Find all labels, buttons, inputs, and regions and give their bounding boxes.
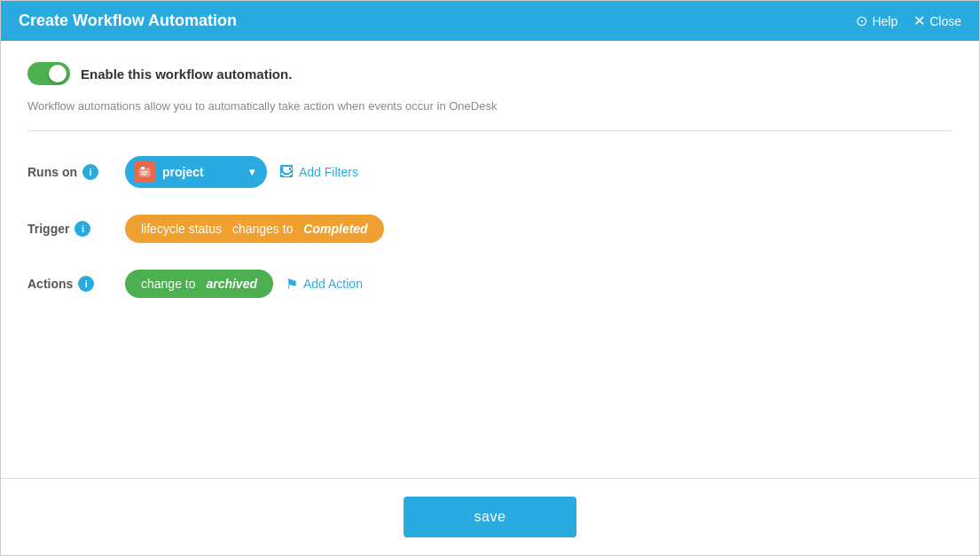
action-text-space — [200, 277, 203, 291]
modal-title: Create Workflow Automation — [19, 12, 237, 30]
modal-header: Create Workflow Automation ⊙ Help ✕ Clos… — [1, 1, 979, 41]
action-text-prefix: change to — [141, 277, 196, 291]
help-button[interactable]: ⊙ Help — [856, 12, 898, 29]
actions-label: Actions — [27, 277, 73, 291]
dropdown-arrow-icon: ▾ — [249, 166, 255, 178]
modal-container: Create Workflow Automation ⊙ Help ✕ Clos… — [0, 0, 980, 556]
svg-rect-1 — [141, 167, 145, 169]
help-label: Help — [872, 14, 898, 28]
trigger-text-prefix: lifecycle status — [141, 222, 222, 236]
trigger-content: lifecycle status changes to Completed — [125, 215, 384, 243]
save-button[interactable]: save — [404, 497, 577, 537]
trigger-text-space2 — [296, 222, 300, 236]
enable-toggle[interactable] — [27, 62, 70, 85]
runs-on-label-group: Runs on i — [27, 164, 125, 180]
trigger-text-space1 — [225, 222, 229, 236]
section-divider — [27, 130, 953, 131]
trigger-text-middle: changes to — [232, 222, 294, 236]
close-icon: ✕ — [913, 12, 925, 29]
actions-label-group: Actions i — [27, 276, 125, 292]
description-text: Workflow automations allow you to automa… — [27, 99, 953, 113]
action-text-value: archived — [206, 277, 257, 291]
runs-on-label: Runs on — [27, 165, 77, 179]
runs-on-value: project — [162, 165, 204, 179]
trigger-text-value: Completed — [303, 222, 367, 236]
filter-icon: ⛾ — [279, 164, 294, 180]
close-button[interactable]: ✕ Close — [913, 12, 961, 29]
modal-footer: save — [1, 478, 979, 555]
add-filters-label: Add Filters — [299, 165, 358, 179]
actions-info-icon[interactable]: i — [78, 276, 94, 292]
add-action-label: Add Action — [303, 277, 363, 291]
flag-icon: ⚑ — [286, 276, 298, 293]
trigger-label-group: Trigger i — [27, 221, 125, 237]
trigger-label: Trigger — [27, 222, 69, 236]
project-icon — [134, 161, 155, 183]
add-filters-button[interactable]: ⛾ Add Filters — [279, 164, 358, 180]
modal-body: Enable this workflow automation. Workflo… — [1, 41, 979, 478]
header-actions: ⊙ Help ✕ Close — [856, 12, 961, 29]
trigger-row: Trigger i lifecycle status changes to Co… — [27, 215, 953, 243]
runs-on-dropdown[interactable]: project ▾ — [125, 156, 267, 188]
actions-content: change to archived ⚑ Add Action — [125, 270, 363, 298]
enable-row: Enable this workflow automation. — [27, 62, 953, 85]
help-icon: ⊙ — [856, 12, 867, 29]
runs-on-row: Runs on i project ▾ — [27, 156, 953, 188]
runs-on-info-icon[interactable]: i — [82, 164, 98, 180]
trigger-pill[interactable]: lifecycle status changes to Completed — [125, 215, 384, 243]
runs-on-content: project ▾ ⛾ Add Filters — [125, 156, 358, 188]
enable-label: Enable this workflow automation. — [81, 67, 292, 82]
trigger-info-icon[interactable]: i — [74, 221, 90, 237]
action-pill[interactable]: change to archived — [125, 270, 273, 298]
actions-row: Actions i change to archived ⚑ Add Actio… — [27, 270, 953, 298]
close-label: Close — [929, 14, 961, 28]
toggle-knob — [49, 65, 67, 82]
add-action-button[interactable]: ⚑ Add Action — [286, 276, 363, 293]
